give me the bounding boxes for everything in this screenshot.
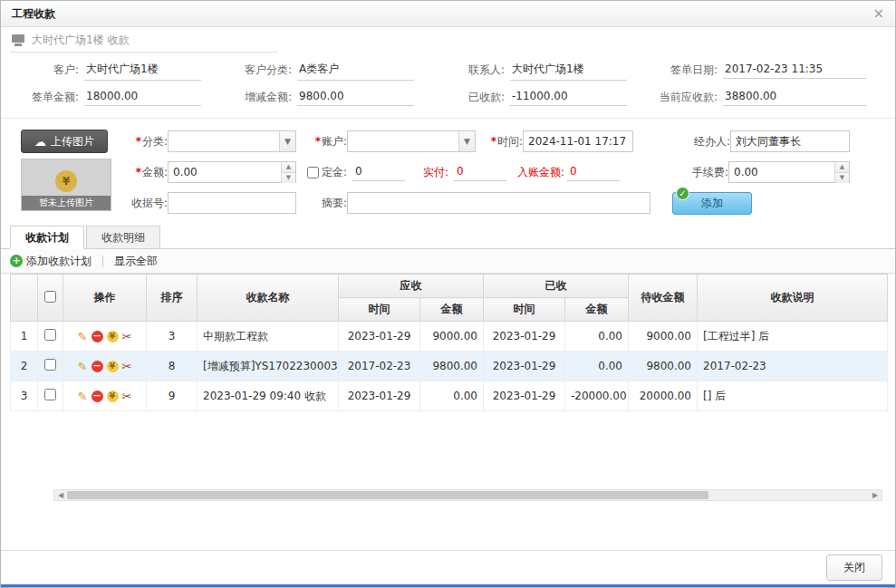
due-label: 当前应收款: [643, 90, 723, 105]
spinner-up-icon[interactable]: ▲ [835, 162, 849, 173]
handler-input[interactable] [730, 130, 850, 152]
image-placeholder[interactable]: ¥ 暂未上传图片 [21, 159, 111, 211]
form-fields: *分类: ▼ *账户: ▼ *时间: 经办人: *金额: [122, 126, 850, 220]
delete-icon[interactable]: − [92, 390, 103, 402]
fee-field: 手续费: ▲ ▼ [660, 161, 850, 183]
edit-icon[interactable]: ✎ [78, 330, 88, 343]
deposit-checkbox[interactable] [307, 167, 319, 178]
header-rownum [11, 275, 38, 322]
time-field: *时间: [487, 130, 633, 152]
header-recv-amount: 金额 [420, 298, 484, 322]
amount-label: *金额: [122, 165, 168, 180]
cell-got-amount: -20000.00 [565, 381, 629, 411]
add-payment-button[interactable]: ✓ 添加 [672, 192, 752, 215]
money-icon[interactable]: ¥ [107, 361, 119, 372]
sign-date-field: 签单日期: 2017-02-23 11:35 [643, 58, 882, 82]
table-row[interactable]: 2 ✎−¥✂ 8 [增减预算]YS1702230003 2017-02-23 9… [11, 352, 888, 381]
cell-recv-time: 2023-01-29 [339, 381, 420, 411]
project-subtitle: 大时代广场1楼 收款 [32, 33, 129, 48]
header-got-time: 时间 [484, 298, 565, 322]
fee-input[interactable] [729, 162, 834, 182]
deposit-value[interactable]: 0 [352, 163, 405, 181]
amount-spinner-buttons: ▲ ▼ [281, 162, 295, 182]
add-plan-label: 添加收款计划 [26, 254, 92, 269]
cell-order: 8 [147, 352, 198, 381]
scissors-icon[interactable]: ✂ [122, 330, 132, 343]
cell-checkbox [38, 381, 63, 411]
scissors-icon[interactable]: ✂ [122, 360, 132, 373]
subtitle-row: 大时代广场1楼 收款 [1, 27, 895, 53]
money-icon[interactable]: ¥ [107, 390, 119, 402]
row-checkbox[interactable] [44, 359, 56, 371]
header-checkbox-cell [38, 275, 63, 322]
paid-value: 0 [454, 163, 506, 181]
cell-operations: ✎−¥✂ [63, 322, 147, 352]
amount-input[interactable] [169, 162, 281, 182]
spinner-down-icon[interactable]: ▼ [835, 173, 849, 183]
scrollbar-thumb[interactable] [67, 491, 708, 499]
time-input[interactable] [523, 130, 633, 152]
chevron-down-icon: ▼ [458, 131, 475, 151]
required-mark: * [491, 135, 496, 148]
upload-image-button[interactable]: ☁ 上传图片 [21, 130, 108, 153]
table-row[interactable]: 1 ✎−¥✂ 3 中期款工程款 2023-01-29 9000.00 2023-… [11, 322, 888, 352]
tab-payment-detail[interactable]: 收款明细 [86, 226, 160, 248]
delete-icon[interactable]: − [92, 331, 103, 342]
cell-recv-time: 2017-02-23 [339, 352, 420, 381]
receipt-input[interactable] [168, 192, 296, 214]
add-plan-button[interactable]: + 添加收款计划 [10, 254, 92, 269]
upload-column: ☁ 上传图片 ¥ 暂未上传图片 [12, 126, 122, 220]
row-checkbox[interactable] [44, 329, 56, 341]
close-button[interactable]: 关闭 [826, 554, 882, 581]
sign-amount-value: 18000.00 [84, 88, 201, 106]
monitor-icon [12, 34, 26, 46]
cell-checkbox [38, 352, 63, 381]
category-select[interactable]: ▼ [168, 130, 296, 152]
time-label: *时间: [487, 134, 523, 149]
tab-payment-plan[interactable]: 收款计划 [10, 226, 84, 249]
window-bottom-edge [1, 584, 895, 587]
cell-got-amount: 0.00 [565, 352, 629, 381]
tab-detail-label: 收款明细 [101, 230, 145, 246]
summary-input[interactable] [347, 192, 650, 214]
close-icon[interactable]: × [872, 7, 884, 21]
edit-icon[interactable]: ✎ [78, 390, 88, 403]
cell-name: [增减预算]YS1702230003 [198, 352, 339, 381]
toolbar-divider [102, 255, 103, 267]
required-mark: * [315, 135, 321, 148]
chevron-down-icon: ▼ [279, 131, 295, 151]
cell-pending: 20000.00 [629, 381, 698, 411]
header-got-amount: 金额 [565, 298, 629, 322]
sign-date-value: 2017-02-23 11:35 [723, 61, 866, 79]
cell-order: 3 [147, 322, 198, 352]
scroll-right-icon[interactable]: ▶ [869, 490, 882, 500]
dialog-titlebar: 工程收款 × [1, 1, 895, 27]
cell-order: 9 [147, 381, 198, 411]
cell-got-time: 2023-01-29 [484, 381, 565, 411]
horizontal-scrollbar[interactable]: ◀ ▶ [53, 489, 882, 501]
customer-category-field: 客户分类: A类客户 [217, 58, 430, 82]
scrollbar-track[interactable] [67, 490, 869, 500]
cell-recv-time: 2023-01-29 [339, 322, 420, 352]
select-all-checkbox[interactable] [44, 291, 56, 303]
spinner-down-icon[interactable]: ▼ [282, 173, 295, 183]
scissors-icon[interactable]: ✂ [122, 390, 132, 403]
edit-icon[interactable]: ✎ [78, 360, 88, 373]
cell-operations: ✎−¥✂ [63, 352, 147, 381]
show-all-button[interactable]: 显示全部 [114, 254, 158, 269]
row-checkbox[interactable] [44, 389, 56, 400]
handler-label: 经办人: [662, 134, 730, 149]
header-receivable-group: 应收 [339, 275, 484, 298]
scroll-left-icon[interactable]: ◀ [54, 490, 67, 500]
account-select[interactable]: ▼ [347, 130, 476, 152]
delete-icon[interactable]: − [92, 361, 103, 372]
cell-recv-amount: 9800.00 [420, 352, 484, 381]
money-icon[interactable]: ¥ [107, 331, 119, 342]
customer-value: 大时代广场1楼 [84, 60, 201, 81]
payment-plan-table: 操作 排序 收款名称 应收 已收 待收金额 收款说明 时间 金额 时间 金额 1 [10, 274, 888, 411]
spinner-up-icon[interactable]: ▲ [282, 162, 295, 173]
sign-amount-label: 签单金额: [5, 90, 84, 105]
cell-rownum: 2 [11, 352, 38, 381]
handler-field: 经办人: [662, 130, 850, 152]
table-row[interactable]: 3 ✎−¥✂ 9 2023-01-29 09:40 收款 2023-01-29 … [11, 381, 888, 411]
